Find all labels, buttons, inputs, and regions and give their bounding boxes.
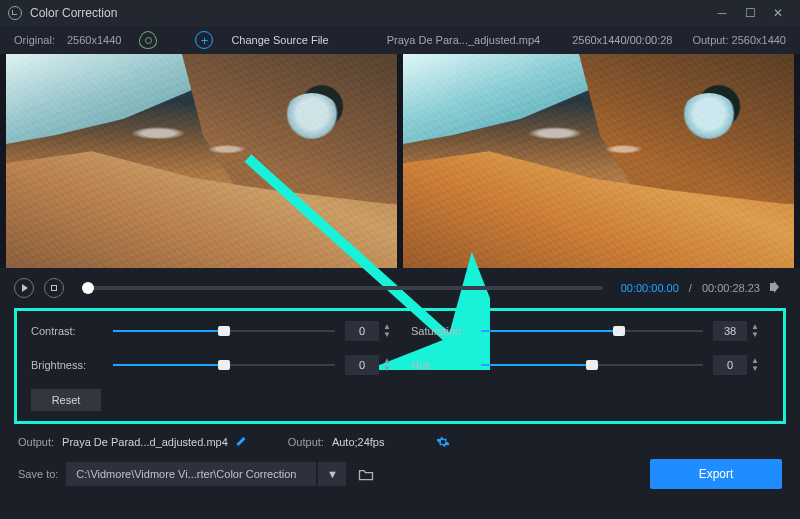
settings-icon[interactable] xyxy=(436,435,450,449)
hue-value-box: 0 ▲▼ xyxy=(713,355,769,375)
save-path-dropdown[interactable]: ▼ xyxy=(318,462,346,486)
output-file-name: Praya De Parad...d_adjusted.mp4 xyxy=(62,436,228,448)
preview-toggle-icon[interactable] xyxy=(139,31,157,49)
timeline-handle[interactable] xyxy=(82,282,94,294)
brightness-label: Brightness: xyxy=(31,359,103,371)
title-bar: Color Correction ─ ☐ ✕ xyxy=(0,0,800,26)
saturation-step-down[interactable]: ▼ xyxy=(750,331,760,339)
original-preview xyxy=(6,54,397,268)
output-dimensions: 2560x1440 xyxy=(732,34,786,46)
contrast-value-box: 0 ▲▼ xyxy=(345,321,401,341)
output-format-value: Auto;24fps xyxy=(332,436,385,448)
saturation-value-box: 38 ▲▼ xyxy=(713,321,769,341)
stop-button[interactable] xyxy=(44,278,64,298)
timeline-slider[interactable] xyxy=(82,286,603,290)
app-logo-icon xyxy=(8,6,22,20)
contrast-slider[interactable] xyxy=(113,324,335,338)
output-format-label: Output: xyxy=(288,436,324,448)
hue-slider[interactable] xyxy=(481,358,703,372)
volume-icon[interactable] xyxy=(770,280,786,296)
source-filename: Praya De Para..._adjusted.mp4 xyxy=(387,34,540,46)
output-meta-row: Output: Praya De Parad...d_adjusted.mp4 … xyxy=(0,430,800,454)
reset-button[interactable]: Reset xyxy=(31,389,101,411)
change-source-button[interactable]: Change Source File xyxy=(231,34,328,46)
saturation-value[interactable]: 38 xyxy=(713,321,747,341)
output-file-label: Output: xyxy=(18,436,54,448)
saturation-slider[interactable] xyxy=(481,324,703,338)
save-to-label: Save to: xyxy=(18,468,58,480)
brightness-step-down[interactable]: ▼ xyxy=(382,365,392,373)
brightness-value[interactable]: 0 xyxy=(345,355,379,375)
output-label: Output: xyxy=(692,34,728,46)
close-button[interactable]: ✕ xyxy=(764,4,792,22)
output-preview xyxy=(403,54,794,268)
original-dimensions: 2560x1440 xyxy=(67,34,121,46)
brightness-value-box: 0 ▲▼ xyxy=(345,355,401,375)
adjustment-panel: Contrast: 0 ▲▼ Saturation: 38 ▲▼ Brightn… xyxy=(14,308,786,424)
hue-label: Hue: xyxy=(411,359,471,371)
contrast-step-down[interactable]: ▼ xyxy=(382,331,392,339)
contrast-value[interactable]: 0 xyxy=(345,321,379,341)
contrast-label: Contrast: xyxy=(31,325,103,337)
rename-icon[interactable] xyxy=(236,436,248,448)
play-button[interactable] xyxy=(14,278,34,298)
preview-row xyxy=(0,54,800,268)
time-current: 00:00:00.00 xyxy=(621,282,679,294)
hue-value[interactable]: 0 xyxy=(713,355,747,375)
saturation-label: Saturation: xyxy=(411,325,471,337)
export-button[interactable]: Export xyxy=(650,459,782,489)
original-label: Original: xyxy=(14,34,55,46)
minimize-button[interactable]: ─ xyxy=(708,4,736,22)
info-bar: Original: 2560x1440 + Change Source File… xyxy=(0,26,800,54)
window-title: Color Correction xyxy=(30,6,117,20)
open-folder-icon[interactable] xyxy=(354,462,378,486)
save-row: Save to: C:\Vidmore\Vidmore Vi...rter\Co… xyxy=(0,454,800,494)
maximize-button[interactable]: ☐ xyxy=(736,4,764,22)
hue-step-down[interactable]: ▼ xyxy=(750,365,760,373)
source-dims-duration: 2560x1440/00:00:28 xyxy=(572,34,672,46)
time-total: 00:00:28.23 xyxy=(702,282,760,294)
playback-bar: 00:00:00.00/00:00:28.23 xyxy=(0,268,800,308)
add-icon[interactable]: + xyxy=(195,31,213,49)
brightness-slider[interactable] xyxy=(113,358,335,372)
save-path-field[interactable]: C:\Vidmore\Vidmore Vi...rter\Color Corre… xyxy=(66,462,316,486)
